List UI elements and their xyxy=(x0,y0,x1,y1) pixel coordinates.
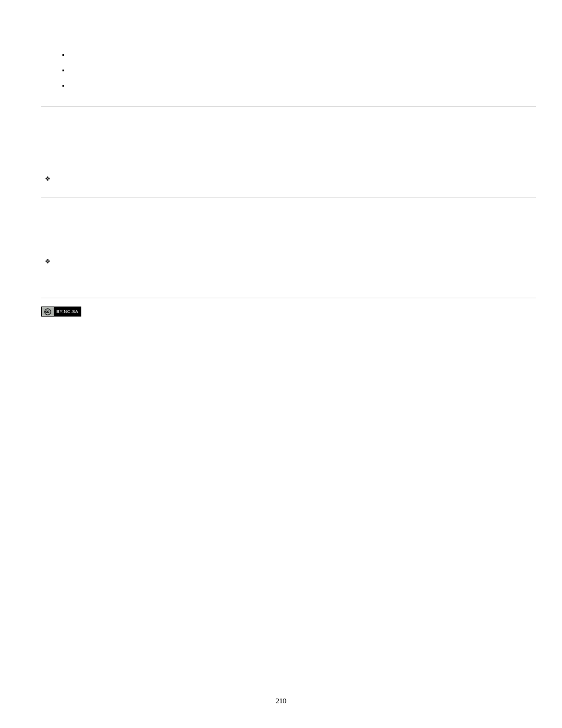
bullet-dot-icon xyxy=(62,85,64,87)
spacer xyxy=(41,268,536,298)
list-item xyxy=(62,62,536,78)
spacer xyxy=(41,198,536,254)
cc-license-text: BY-NC-SA xyxy=(54,307,81,316)
cc-logo-icon xyxy=(42,307,54,316)
bullet-dot-icon xyxy=(62,70,64,71)
list-item xyxy=(62,47,536,62)
bullet-dot-icon xyxy=(62,54,64,56)
section-bullet-row: ❖ xyxy=(45,254,536,268)
diamond-bullet-icon: ❖ xyxy=(45,176,51,182)
section-bullet-row: ❖ xyxy=(45,172,536,186)
spacer xyxy=(41,186,536,197)
content-area: ❖ ❖ BY-NC-SA xyxy=(41,47,536,318)
diamond-bullet-icon: ❖ xyxy=(45,258,51,265)
cc-license-badge: BY-NC-SA xyxy=(41,307,81,317)
page-number: 210 xyxy=(0,697,562,706)
small-bullet-list xyxy=(62,47,536,93)
document-page: ❖ ❖ BY-NC-SA 210 xyxy=(0,0,562,728)
list-item xyxy=(62,78,536,93)
spacer xyxy=(41,298,536,307)
spacer xyxy=(41,107,536,172)
